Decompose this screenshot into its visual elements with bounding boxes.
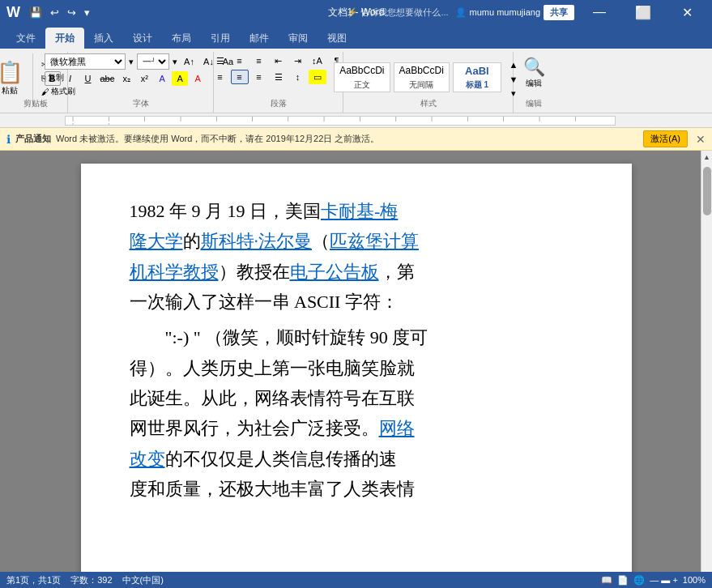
notification-bar: ℹ 产品通知 Word 未被激活。要继续使用 Word，而不中断，请在 2019… [0, 128, 712, 151]
tab-review[interactable]: 审阅 [279, 28, 318, 49]
tab-insert[interactable]: 插入 [84, 28, 123, 49]
link-network-change[interactable]: 网络改变 [130, 418, 415, 468]
align-right-btn[interactable]: ≡ [250, 70, 268, 84]
paragraph-group: ☰ ≡ ≡ ⇤ ⇥ ↕A ¶ ≡ ≡ ≡ ☰ ↕ ▭ ⊞ 段 [214, 52, 343, 113]
justify-btn[interactable]: ☰ [270, 70, 288, 84]
vertical-scrollbar[interactable]: ▲ [701, 151, 712, 572]
align-left-btn[interactable]: ≡ [211, 70, 229, 84]
link-scott-fahlman[interactable]: 斯科特·法尔曼 [201, 231, 313, 251]
superscript-btn[interactable]: x² [136, 71, 152, 86]
font-group: 微软雅黑 ▾ 一号 二号 三号 四号 小四 五号 ▾ A↑ A↓ Aa [68, 52, 214, 113]
paste-icon: 📋 [0, 60, 23, 85]
tab-view[interactable]: 视图 [318, 28, 356, 49]
web-layout-btn[interactable]: 🌐 [633, 575, 645, 586]
tab-mailings[interactable]: 邮件 [240, 28, 279, 49]
user-icon: 👤 [455, 7, 467, 18]
activate-btn[interactable]: 激活(A) [643, 130, 688, 147]
text-highlight-btn[interactable]: A [172, 71, 188, 86]
font-label: 字体 [133, 98, 149, 109]
undo-quick-btn[interactable]: ↩ [48, 5, 62, 20]
multilevel-btn[interactable]: ≡ [250, 53, 268, 68]
share-btn[interactable]: 共享 [544, 5, 574, 20]
style-heading1[interactable]: AaBl 标题 1 [453, 62, 501, 93]
close-btn[interactable]: ✕ [668, 0, 706, 24]
read-mode-btn[interactable]: 📖 [601, 575, 612, 586]
user-name[interactable]: mumu mumujiang [470, 7, 540, 17]
document-area: 1982 年 9 月 19 日，美国卡耐基-梅隆大学的斯科特·法尔曼（匹兹堡计算… [0, 151, 712, 572]
window-title: 文档1 - Word [328, 6, 385, 19]
numbering-btn[interactable]: ≡ [231, 53, 249, 68]
strikethrough-btn[interactable]: abc [98, 71, 117, 86]
zoom-slider[interactable]: — ▬ + [650, 575, 678, 585]
font-name-select[interactable]: 微软雅黑 [45, 53, 126, 70]
underline-btn[interactable]: U [80, 71, 96, 86]
language: 中文(中国) [122, 574, 164, 586]
tab-file[interactable]: 文件 [6, 28, 45, 49]
editing-group: 🔍 编辑 编辑 [514, 52, 554, 113]
status-bar: 第1页，共1页 字数：392 中文(中国) 📖 📄 🌐 — ▬ + 100% [0, 572, 712, 588]
redo-quick-btn[interactable]: ↪ [65, 5, 79, 20]
scroll-up-arrow[interactable]: ▲ [703, 151, 710, 164]
style-normal[interactable]: AaBbCcDi 正文 [334, 62, 390, 92]
scroll-thumb[interactable] [703, 167, 711, 215]
user-area: 👤 mumu mumujiang 共享 [455, 5, 574, 20]
text-effect-btn[interactable]: A [154, 71, 170, 86]
print-layout-btn[interactable]: 📄 [617, 575, 629, 586]
tab-layout[interactable]: 布局 [162, 28, 201, 49]
notification-icon: ℹ [6, 133, 11, 146]
align-center-btn[interactable]: ≡ [231, 70, 249, 84]
paragraph-label: 段落 [271, 98, 287, 109]
indent-btn[interactable]: ⇥ [289, 53, 307, 68]
fill-color-btn[interactable]: ▭ [309, 70, 326, 84]
increase-font-btn[interactable]: A↑ [181, 54, 198, 69]
font-name-dropdown[interactable]: ▾ [127, 57, 135, 67]
quick-access-toolbar: W 💾 ↩ ↪ ▾ [6, 4, 92, 21]
document-page: 1982 年 9 月 19 日，美国卡耐基-梅隆大学的斯科特·法尔曼（匹兹堡计算… [81, 164, 632, 572]
title-bar: W 💾 ↩ ↪ ▾ 文档1 - Word ⚡ 告诉我您想要做什么... 👤 mu… [0, 0, 712, 24]
tab-references[interactable]: 引用 [201, 28, 240, 49]
text-color-btn[interactable]: A [190, 71, 206, 86]
subscript-btn[interactable]: x₂ [118, 71, 134, 86]
paste-btn[interactable]: 📋 粘贴 [0, 57, 28, 100]
search-btn[interactable]: 🔍 编辑 [518, 53, 550, 92]
link-bbs[interactable]: 电子公告板 [290, 262, 379, 282]
notification-badge: 产品通知 [15, 133, 51, 145]
customize-quick-btn[interactable]: ▾ [82, 5, 92, 20]
ribbon-tab-bar: 文件 开始 插入 设计 布局 引用 邮件 审阅 视图 [0, 24, 712, 49]
bold-btn[interactable]: B [45, 71, 61, 86]
font-size-dropdown[interactable]: ▾ [171, 57, 179, 67]
app-window: W 💾 ↩ ↪ ▾ 文档1 - Word ⚡ 告诉我您想要做什么... 👤 mu… [0, 0, 712, 588]
editing-group-label: 编辑 [526, 98, 542, 109]
notification-text: Word 未被激活。要继续使用 Word，而不中断，请在 2019年12月22日… [56, 133, 638, 145]
word-logo-icon: W [6, 4, 20, 21]
tab-home[interactable]: 开始 [45, 28, 84, 49]
zoom-level: 100% [683, 575, 706, 585]
styles-group: AaBbCcDi 正文 AaBbCcDi 无间隔 AaBl 标题 1 [343, 52, 514, 113]
document-content[interactable]: 1982 年 9 月 19 日，美国卡耐基-梅隆大学的斯科特·法尔曼（匹兹堡计算… [130, 196, 583, 505]
word-count: 字数：392 [70, 574, 112, 586]
save-quick-btn[interactable]: 💾 [27, 5, 45, 20]
styles-label: 样式 [420, 98, 437, 109]
editing-label: 编辑 [526, 78, 542, 89]
tab-design[interactable]: 设计 [123, 28, 162, 49]
search-icon: 🔍 [523, 57, 545, 78]
bullets-btn[interactable]: ☰ [211, 53, 229, 68]
ribbon-body: 📋 粘贴 ✂ 剪切 ⎘ 复制 🖌 格式刷 [0, 49, 712, 113]
minimize-btn[interactable]: — [581, 0, 618, 24]
notification-close-btn[interactable]: ✕ [696, 133, 706, 146]
style-no-spacing[interactable]: AaBbCcDi 无间隔 [394, 62, 450, 92]
page-info: 第1页，共1页 [6, 574, 61, 586]
ruler: | | | | | | | | | | | | | | | | | [0, 113, 712, 128]
sort-btn[interactable]: ↕A [309, 53, 326, 68]
maximize-btn[interactable]: ⬜ [625, 0, 662, 24]
font-size-select[interactable]: 一号 二号 三号 四号 小四 五号 [137, 53, 169, 70]
italic-btn[interactable]: I [62, 71, 79, 86]
line-spacing-btn[interactable]: ↕ [289, 70, 307, 84]
outdent-btn[interactable]: ⇤ [270, 53, 288, 68]
